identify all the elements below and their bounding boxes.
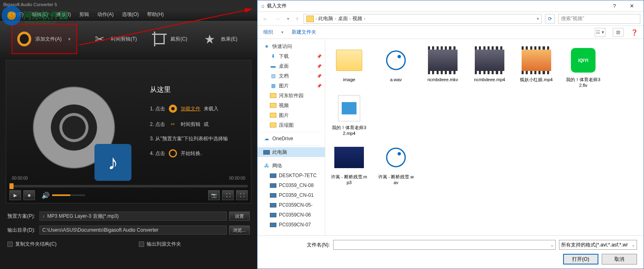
nav-forward-button[interactable]: → [273, 16, 282, 22]
tree-desktop[interactable]: ▬桌面📌 [258, 61, 325, 71]
menu-action[interactable]: 动作(A) [97, 11, 114, 18]
output-path-field[interactable]: C:\Users\ASUS\Documents\Bigasoft Audio C… [39, 226, 227, 235]
watermark-url: www.pc0359.cn [25, 20, 56, 25]
add-file-label: 添加文件(A) [35, 36, 62, 43]
file-item[interactable]: a.wav [375, 44, 416, 90]
seek-slider[interactable] [9, 185, 248, 187]
guide-step-4: 4. 点击 开始转换. [150, 149, 251, 158]
file-item[interactable]: 许嵩 - 断桥残雪.wav [375, 141, 416, 187]
volume-icon[interactable]: 🔊 [41, 191, 50, 199]
menu-help[interactable]: 帮助(H) [147, 11, 164, 18]
add-file-button[interactable]: 添加文件(A) ▼ [12, 24, 77, 54]
time-display: 00:00:00 00:00:00 [9, 176, 248, 183]
bigasoft-app: Bigasoft Audio Converter 5 河东软件园 www.pc0… [0, 0, 257, 269]
dialog-help-icon[interactable]: ❓ [631, 29, 638, 36]
filename-input[interactable]: ⌄ [333, 240, 556, 250]
combo-dropdown-icon[interactable]: ⌄ [550, 243, 554, 247]
guide-step-1: 1. 点击 加载文件 来载入 [150, 104, 251, 113]
output-to-source-checkbox[interactable]: 输出到源文件夹 [139, 241, 181, 248]
crumb-thispc[interactable]: 此电脑 [318, 15, 333, 22]
breadcrumb[interactable]: › 此电脑› 桌面› 视频› ▾ [304, 14, 542, 24]
scissor-icon: ✂ [93, 32, 107, 46]
tree-net4[interactable]: PC0359CN-05- [258, 200, 325, 210]
tree-onedrive[interactable]: ☁OneDrive [258, 134, 325, 144]
file-item[interactable]: 我的！体育老师32.mp4 [329, 92, 370, 138]
tree-pictures[interactable]: ▦图片📌 [258, 81, 325, 91]
copy-structure-checkbox[interactable]: 复制文件夹结构(C) [7, 241, 57, 248]
effect-button[interactable]: ★ 效果(E) [203, 32, 237, 46]
preset-dropdown[interactable]: ♪ MP3 MPEG Layer-3 音频(*.mp3) [39, 212, 227, 221]
tree-net3[interactable]: PC0359_CN-01 [258, 190, 325, 200]
guide-title: 从这里 [150, 85, 251, 94]
volume-slider[interactable] [52, 194, 85, 196]
browse-button[interactable]: 浏览... [229, 226, 250, 235]
view-mode-button[interactable]: ☷ ▾ [595, 28, 605, 37]
file-item[interactable]: 狐妖小红娘.mp4 [516, 44, 557, 90]
crumb-video[interactable]: 视频 [352, 15, 362, 22]
tree-net5[interactable]: PC0359CN-06 [258, 210, 325, 220]
tree-hedong[interactable]: 河东软件园 [258, 91, 325, 100]
stop-button[interactable]: ■ [23, 190, 35, 200]
effect-label: 效果(E) [221, 36, 237, 43]
tree-network[interactable]: 🖧网络 [258, 161, 325, 171]
menu-option[interactable]: 选项(O) [122, 11, 139, 18]
preview-pane-button[interactable]: ▥ [613, 28, 623, 37]
filename-label: 文件名(N): [264, 242, 330, 248]
film-reel-icon: ♪ [33, 87, 123, 177]
tree-net2[interactable]: PC0359_CN-08 [258, 180, 325, 190]
crumb-desktop[interactable]: 桌面 [338, 15, 348, 22]
cancel-button[interactable]: 取消 [602, 254, 637, 264]
tree-video[interactable]: 视频 [258, 100, 325, 110]
organize-menu[interactable]: 组织 [263, 29, 273, 36]
tree-quick-access[interactable]: ★快速访问 [258, 41, 325, 51]
preview-panel: ♪ 从这里 1. 点击 加载文件 来载入 2. 点击 ✂ 时间剪辑 或 3. 从… [6, 60, 251, 203]
open-button[interactable]: 打开(O) [563, 254, 598, 264]
search-input[interactable]: 搜索"视频" [558, 14, 640, 24]
help-button[interactable]: ? [606, 0, 623, 11]
generic-video-icon [338, 95, 360, 121]
tree-thispc[interactable]: 此电脑 [258, 147, 325, 157]
preset-settings-button[interactable]: 设置 [229, 212, 250, 221]
crop-button[interactable]: 裁剪(C) [152, 32, 187, 46]
nav-up-button[interactable]: ↑ [294, 16, 300, 22]
filetype-filter[interactable]: 所有支持的格式(*.avi;*.asf;*.wr⌄ [559, 240, 637, 250]
tree-pictures2[interactable]: 图片 [258, 110, 325, 120]
file-item[interactable]: ncmbdeee.mp4 [469, 44, 510, 90]
refresh-button[interactable]: ⟳ [545, 14, 555, 24]
file-item[interactable]: 许嵩 - 断桥残雪.mp3 [329, 141, 370, 187]
tree-documents[interactable]: ▤文档📌 [258, 71, 325, 81]
close-button[interactable]: ✕ [623, 0, 640, 11]
file-item[interactable]: image [329, 44, 370, 90]
dialog-buttons: 打开(O) 取消 [264, 254, 637, 264]
snapshot-button[interactable]: 📷 [208, 190, 220, 200]
dialog-body: ★快速访问 ⬇下载📌 ▬桌面📌 ▤文档📌 ▦图片📌 河东软件园 视频 图片 压缩… [258, 39, 644, 235]
reel-icon [17, 32, 31, 46]
audio-icon [386, 50, 406, 70]
time-trim-button[interactable]: ✂ 时间剪辑(T) [93, 32, 137, 46]
checkbox-icon [7, 242, 13, 247]
tree-downloads[interactable]: ⬇下载📌 [258, 51, 325, 61]
expand-button[interactable]: ⛶ [222, 190, 234, 200]
reel-small-icon [168, 104, 177, 113]
file-open-dialog: ♫ 载入文件 ? ✕ ← → ▾ ↑ › 此电脑› 桌面› 视频› ▾ ⟳ 搜索… [257, 0, 644, 269]
star-icon: ★ [203, 32, 217, 46]
nav-recent-dropdown[interactable]: ▾ [285, 16, 291, 21]
tree-net6[interactable]: PC0359CN-07 [258, 220, 325, 230]
file-item[interactable]: iQIYI我的！体育老师32.flv [563, 44, 604, 90]
dialog-navbar: ← → ▾ ↑ › 此电脑› 桌面› 视频› ▾ ⟳ 搜索"视频" [258, 12, 644, 26]
crumb-dropdown-icon[interactable]: ▾ [537, 16, 539, 21]
output-label: 输出目录(D): [7, 227, 37, 234]
fullscreen-button[interactable]: ⛶ [236, 190, 248, 200]
search-placeholder: 搜索"视频" [561, 15, 584, 22]
file-item[interactable]: ncmbdeee.mkv [422, 44, 463, 90]
video-thumb-icon [428, 46, 458, 74]
load-file-link[interactable]: 加载文件 [181, 105, 200, 112]
play-button[interactable]: ▶ [9, 190, 21, 200]
tree-zip[interactable]: 压缩图 [258, 120, 325, 130]
tree-net1[interactable]: DESKTOP-7ETC [258, 171, 325, 180]
crop-label: 裁剪(C) [170, 36, 187, 43]
new-folder-button[interactable]: 新建文件夹 [292, 29, 316, 36]
iqiyi-icon: iQIYI [571, 48, 596, 73]
nav-back-button[interactable]: ← [261, 16, 270, 22]
mp3-icon: ♪ [42, 213, 45, 219]
